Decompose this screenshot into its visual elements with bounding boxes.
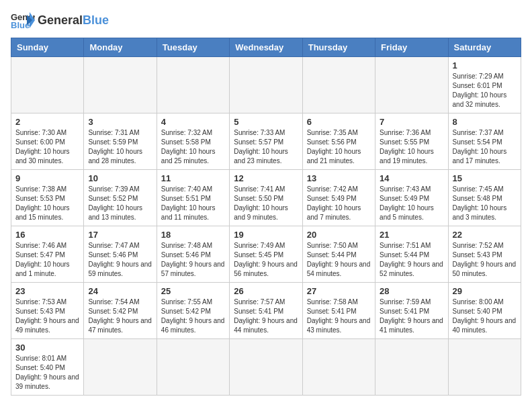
calendar-cell: 1Sunrise: 7:29 AM Sunset: 6:01 PM Daylig…	[448, 57, 521, 113]
header: General Blue GeneralBlue	[11, 11, 521, 30]
day-info: Sunrise: 7:45 AM Sunset: 5:48 PM Dayligh…	[453, 185, 517, 222]
day-number: 17	[88, 230, 152, 240]
calendar-cell: 19Sunrise: 7:49 AM Sunset: 5:45 PM Dayli…	[230, 226, 302, 283]
weekday-header-tuesday: Tuesday	[157, 38, 229, 57]
weekday-header-saturday: Saturday	[448, 38, 521, 57]
day-info: Sunrise: 7:42 AM Sunset: 5:49 PM Dayligh…	[307, 185, 371, 222]
day-info: Sunrise: 7:50 AM Sunset: 5:44 PM Dayligh…	[307, 241, 371, 279]
day-number: 18	[161, 230, 225, 240]
calendar-cell: 10Sunrise: 7:39 AM Sunset: 5:52 PM Dayli…	[84, 170, 157, 226]
calendar-cell: 18Sunrise: 7:48 AM Sunset: 5:46 PM Dayli…	[157, 226, 229, 283]
day-number: 13	[307, 173, 371, 183]
day-number: 27	[307, 286, 371, 296]
week-row-6: 30Sunrise: 8:01 AM Sunset: 5:40 PM Dayli…	[11, 339, 521, 396]
calendar-table: SundayMondayTuesdayWednesdayThursdayFrid…	[11, 38, 521, 396]
calendar-cell: 20Sunrise: 7:50 AM Sunset: 5:44 PM Dayli…	[302, 226, 375, 283]
day-info: Sunrise: 8:01 AM Sunset: 5:40 PM Dayligh…	[15, 354, 79, 392]
day-number: 26	[234, 286, 298, 296]
day-info: Sunrise: 7:49 AM Sunset: 5:45 PM Dayligh…	[234, 241, 298, 279]
calendar-cell: 2Sunrise: 7:30 AM Sunset: 6:00 PM Daylig…	[11, 113, 84, 170]
day-number: 29	[453, 286, 517, 296]
day-info: Sunrise: 7:38 AM Sunset: 5:53 PM Dayligh…	[15, 185, 79, 222]
week-row-2: 2Sunrise: 7:30 AM Sunset: 6:00 PM Daylig…	[11, 113, 521, 170]
calendar-cell: 28Sunrise: 7:59 AM Sunset: 5:41 PM Dayli…	[375, 283, 448, 339]
calendar-cell: 26Sunrise: 7:57 AM Sunset: 5:41 PM Dayli…	[230, 283, 302, 339]
calendar-cell: 27Sunrise: 7:58 AM Sunset: 5:41 PM Dayli…	[302, 283, 375, 339]
calendar-cell: 11Sunrise: 7:40 AM Sunset: 5:51 PM Dayli…	[157, 170, 229, 226]
calendar-cell	[230, 339, 302, 396]
calendar-cell: 12Sunrise: 7:41 AM Sunset: 5:50 PM Dayli…	[230, 170, 302, 226]
calendar-cell: 29Sunrise: 8:00 AM Sunset: 5:40 PM Dayli…	[448, 283, 521, 339]
logo-general-text: General	[38, 13, 83, 27]
day-number: 10	[88, 173, 152, 183]
day-info: Sunrise: 7:53 AM Sunset: 5:43 PM Dayligh…	[15, 298, 79, 335]
calendar-cell: 25Sunrise: 7:55 AM Sunset: 5:42 PM Dayli…	[157, 283, 229, 339]
day-info: Sunrise: 7:33 AM Sunset: 5:57 PM Dayligh…	[234, 128, 298, 166]
day-info: Sunrise: 7:36 AM Sunset: 5:55 PM Dayligh…	[380, 128, 443, 166]
weekday-header-thursday: Thursday	[302, 38, 375, 57]
day-number: 28	[380, 286, 443, 296]
day-info: Sunrise: 7:37 AM Sunset: 5:54 PM Dayligh…	[453, 128, 517, 166]
day-number: 2	[15, 117, 79, 127]
calendar-cell: 30Sunrise: 8:01 AM Sunset: 5:40 PM Dayli…	[11, 339, 84, 396]
day-number: 23	[15, 286, 79, 296]
day-info: Sunrise: 7:57 AM Sunset: 5:41 PM Dayligh…	[234, 298, 298, 335]
day-info: Sunrise: 7:41 AM Sunset: 5:50 PM Dayligh…	[234, 185, 298, 222]
svg-text:Blue: Blue	[11, 20, 30, 30]
day-number: 3	[88, 117, 152, 127]
day-number: 30	[15, 342, 79, 353]
day-info: Sunrise: 7:59 AM Sunset: 5:41 PM Dayligh…	[380, 298, 443, 335]
day-number: 16	[15, 230, 79, 240]
day-number: 4	[161, 117, 225, 127]
calendar-cell	[375, 339, 448, 396]
calendar-cell: 13Sunrise: 7:42 AM Sunset: 5:49 PM Dayli…	[302, 170, 375, 226]
day-info: Sunrise: 7:47 AM Sunset: 5:46 PM Dayligh…	[88, 241, 152, 279]
weekday-header-row: SundayMondayTuesdayWednesdayThursdayFrid…	[11, 38, 521, 57]
day-info: Sunrise: 7:58 AM Sunset: 5:41 PM Dayligh…	[307, 298, 371, 335]
day-number: 9	[15, 173, 79, 183]
calendar-cell: 6Sunrise: 7:35 AM Sunset: 5:56 PM Daylig…	[302, 113, 375, 170]
weekday-header-monday: Monday	[84, 38, 157, 57]
day-number: 15	[453, 173, 517, 183]
week-row-1: 1Sunrise: 7:29 AM Sunset: 6:01 PM Daylig…	[11, 57, 521, 113]
day-info: Sunrise: 7:48 AM Sunset: 5:46 PM Dayligh…	[161, 241, 225, 279]
calendar-cell	[11, 57, 84, 113]
calendar-cell: 8Sunrise: 7:37 AM Sunset: 5:54 PM Daylig…	[448, 113, 521, 170]
day-number: 20	[307, 230, 371, 240]
day-number: 1	[453, 60, 517, 71]
day-info: Sunrise: 7:29 AM Sunset: 6:01 PM Dayligh…	[453, 72, 517, 109]
day-info: Sunrise: 7:35 AM Sunset: 5:56 PM Dayligh…	[307, 128, 371, 166]
calendar-cell: 16Sunrise: 7:46 AM Sunset: 5:47 PM Dayli…	[11, 226, 84, 283]
day-info: Sunrise: 7:51 AM Sunset: 5:44 PM Dayligh…	[380, 241, 443, 279]
day-info: Sunrise: 7:30 AM Sunset: 6:00 PM Dayligh…	[15, 128, 79, 166]
calendar-cell	[157, 57, 229, 113]
logo: General Blue GeneralBlue	[11, 11, 109, 30]
week-row-4: 16Sunrise: 7:46 AM Sunset: 5:47 PM Dayli…	[11, 226, 521, 283]
day-info: Sunrise: 7:40 AM Sunset: 5:51 PM Dayligh…	[161, 185, 225, 222]
logo-icon: General Blue	[11, 11, 35, 30]
calendar-cell: 24Sunrise: 7:54 AM Sunset: 5:42 PM Dayli…	[84, 283, 157, 339]
calendar-cell	[230, 57, 302, 113]
calendar-cell: 22Sunrise: 7:52 AM Sunset: 5:43 PM Dayli…	[448, 226, 521, 283]
calendar-cell: 14Sunrise: 7:43 AM Sunset: 5:49 PM Dayli…	[375, 170, 448, 226]
day-info: Sunrise: 8:00 AM Sunset: 5:40 PM Dayligh…	[453, 298, 517, 335]
day-number: 21	[380, 230, 443, 240]
day-info: Sunrise: 7:32 AM Sunset: 5:58 PM Dayligh…	[161, 128, 225, 166]
calendar-cell	[302, 339, 375, 396]
calendar-cell	[302, 57, 375, 113]
day-info: Sunrise: 7:46 AM Sunset: 5:47 PM Dayligh…	[15, 241, 79, 279]
day-number: 8	[453, 117, 517, 127]
logo-blue-text: Blue	[83, 13, 109, 27]
calendar-cell: 4Sunrise: 7:32 AM Sunset: 5:58 PM Daylig…	[157, 113, 229, 170]
day-number: 6	[307, 117, 371, 127]
day-info: Sunrise: 7:54 AM Sunset: 5:42 PM Dayligh…	[88, 298, 152, 335]
calendar-cell: 5Sunrise: 7:33 AM Sunset: 5:57 PM Daylig…	[230, 113, 302, 170]
day-number: 7	[380, 117, 443, 127]
calendar-cell	[157, 339, 229, 396]
calendar-cell: 3Sunrise: 7:31 AM Sunset: 5:59 PM Daylig…	[84, 113, 157, 170]
calendar-cell: 15Sunrise: 7:45 AM Sunset: 5:48 PM Dayli…	[448, 170, 521, 226]
day-info: Sunrise: 7:31 AM Sunset: 5:59 PM Dayligh…	[88, 128, 152, 166]
day-number: 19	[234, 230, 298, 240]
calendar-cell	[375, 57, 448, 113]
week-row-5: 23Sunrise: 7:53 AM Sunset: 5:43 PM Dayli…	[11, 283, 521, 339]
